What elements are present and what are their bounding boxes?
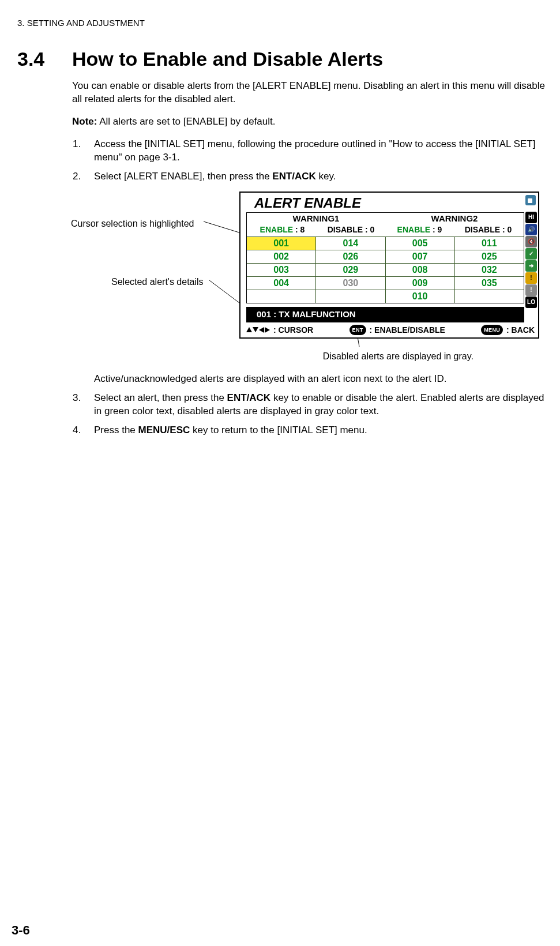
- cell-empty-c2: [316, 290, 385, 303]
- section-heading: 3.4 How to Enable and Disable Alerts: [17, 46, 548, 73]
- mute-icon: 🔇: [525, 236, 537, 247]
- cell-009[interactable]: 009: [386, 276, 454, 290]
- chapter-header: 3. SETTING AND ADJUSTMENT: [17, 17, 548, 29]
- w2-disable-count: 0: [508, 225, 512, 234]
- warning2-header: WARNING2: [385, 213, 524, 224]
- cell-004[interactable]: 004: [247, 276, 315, 290]
- enable-label-1: ENABLE: [260, 225, 294, 234]
- note-label: Note:: [72, 116, 97, 127]
- callout-disabled: Disabled alerts are displayed in gray.: [323, 350, 473, 363]
- arrow-icon: ➜: [525, 260, 537, 272]
- callout-details: Selected alert's details: [111, 276, 204, 288]
- cell-029[interactable]: 029: [316, 263, 385, 276]
- w2-enable-count: 9: [438, 225, 442, 234]
- step-3: Select an alert, then press the ENT/ACK …: [84, 392, 548, 418]
- cell-007[interactable]: 007: [386, 250, 454, 263]
- cell-005[interactable]: 005: [386, 236, 454, 250]
- figure: Cursor selection is highlighted Selected…: [71, 192, 548, 365]
- panel-inner: WARNING1 WARNING2 ENABLE : 8 DISABLE : 0…: [246, 212, 524, 303]
- grid-col-3: 005 007 008 009 010: [386, 236, 455, 303]
- disable-label-1: DISABLE: [328, 225, 363, 234]
- cell-025[interactable]: 025: [455, 250, 524, 263]
- cell-001[interactable]: 001: [247, 236, 315, 250]
- step-3-key: ENT/ACK: [227, 392, 271, 403]
- cell-014[interactable]: 014: [316, 236, 385, 250]
- grid-col-2: 014 026 029 030: [316, 236, 385, 303]
- callout-highlight: Cursor selection is highlighted: [71, 217, 194, 230]
- side-icon-stack: HI 🔊 🔇 ✓ ➜ ! ! LO: [525, 212, 537, 308]
- step-1-text: Access the [INITIAL SET] menu, following…: [94, 138, 535, 163]
- menu-label: : BACK: [506, 325, 535, 336]
- alert-grid: 001 002 003 004 014 026 029 030: [247, 236, 524, 303]
- step-4b: key to return to the [INITIAL SET] menu.: [190, 425, 367, 436]
- disable-label-2: DISABLE: [465, 225, 500, 234]
- lo-icon: LO: [525, 296, 537, 308]
- info-icon: !: [525, 284, 537, 296]
- intro-text: You can enable or disable alerts from th…: [72, 80, 548, 106]
- control-bar: : CURSOR ENT : ENABLE/DISABLE MENU : BAC…: [240, 322, 538, 338]
- cursor-label: : CURSOR: [273, 325, 313, 336]
- step-2b: key.: [316, 171, 336, 182]
- note-text: All alerts are set to [ENABLE] by defaul…: [97, 116, 275, 127]
- alert-panel: ALERT ENABLE HI 🔊 🔇 ✓ ➜ ! ! LO: [239, 192, 539, 339]
- cell-030[interactable]: 030: [316, 276, 385, 290]
- details-bar: 001 : TX MALFUNCTION: [246, 307, 524, 322]
- lock-icon: [525, 195, 536, 205]
- counts-row: ENABLE : 8 DISABLE : 0 ENABLE : 9 DISABL…: [247, 224, 524, 236]
- ent-pill: ENT: [349, 325, 366, 335]
- cell-empty-c1: [247, 290, 315, 303]
- warn-icon: !: [525, 272, 537, 284]
- warning1-header: WARNING1: [247, 213, 385, 224]
- after-figure-text: Active/unacknowledged alerts are display…: [94, 373, 548, 386]
- step-3a: Select an alert, then press the: [94, 392, 227, 403]
- menu-pill: MENU: [481, 325, 503, 335]
- cell-003[interactable]: 003: [247, 263, 315, 276]
- section-title: How to Enable and Disable Alerts: [72, 46, 383, 73]
- check-icon: ✓: [525, 248, 537, 260]
- panel-title: ALERT ENABLE: [240, 193, 525, 212]
- note: Note: All alerts are set to [ENABLE] by …: [72, 115, 548, 129]
- step-2-key: ENT/ACK: [272, 171, 316, 182]
- step-2: Select [ALERT ENABLE], then press the EN…: [84, 170, 548, 386]
- cell-035[interactable]: 035: [455, 276, 524, 290]
- step-4a: Press the: [94, 425, 138, 436]
- cell-010[interactable]: 010: [386, 290, 454, 303]
- grid-col-1: 001 002 003 004: [247, 236, 316, 303]
- step-2a: Select [ALERT ENABLE], then press the: [94, 171, 272, 182]
- cell-011[interactable]: 011: [455, 236, 524, 250]
- grid-col-4: 011 025 032 035: [455, 236, 524, 303]
- step-4: Press the MENU/ESC key to return to the …: [84, 424, 548, 437]
- step-1: Access the [INITIAL SET] menu, following…: [84, 138, 548, 164]
- w1-enable-count: 8: [300, 225, 305, 234]
- enable-label-2: ENABLE: [397, 225, 431, 234]
- step-4-key: MENU/ESC: [138, 425, 190, 436]
- section-number: 3.4: [17, 46, 72, 73]
- cell-002[interactable]: 002: [247, 250, 315, 263]
- hi-icon: HI: [525, 212, 537, 223]
- ent-label: : ENABLE/DISABLE: [370, 325, 445, 336]
- dpad-icon: [246, 327, 270, 333]
- w1-disable-count: 0: [370, 225, 375, 234]
- speaker-icon: 🔊: [525, 224, 537, 235]
- cell-026[interactable]: 026: [316, 250, 385, 263]
- cell-032[interactable]: 032: [455, 263, 524, 276]
- cell-empty-c4: [455, 290, 524, 303]
- steps-list: Access the [INITIAL SET] menu, following…: [72, 138, 548, 437]
- cell-008[interactable]: 008: [386, 263, 454, 276]
